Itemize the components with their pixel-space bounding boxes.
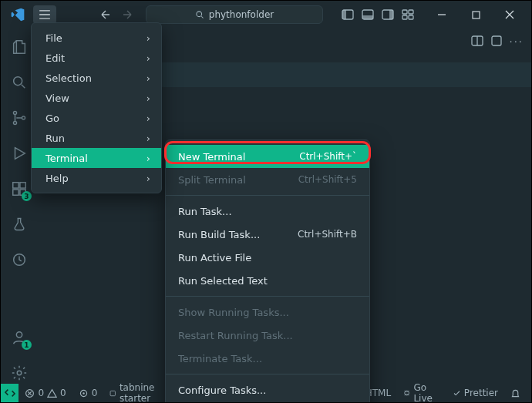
svg-rect-6 (389, 10, 393, 19)
svg-rect-28 (110, 391, 115, 395)
editor-actions: ··· (471, 32, 524, 52)
submenu-terminate-task[interactable]: Terminate Task... (166, 347, 369, 370)
app-menu-button[interactable] (33, 5, 56, 24)
menu-help[interactable]: Help› (32, 168, 161, 188)
customize-layout-icon[interactable] (399, 5, 417, 24)
layout-picker-icon[interactable] (491, 35, 502, 49)
svg-point-27 (82, 392, 84, 394)
menu-selection[interactable]: Selection› (32, 68, 161, 88)
submenu-configure-tasks[interactable]: Configure Tasks... (166, 378, 369, 401)
source-control-icon[interactable] (8, 107, 30, 129)
toggle-secondary-sidebar-icon[interactable] (379, 5, 397, 24)
toggle-panel-icon[interactable] (359, 5, 377, 24)
maximize-button[interactable] (459, 1, 493, 29)
split-editor-icon[interactable] (471, 35, 483, 49)
status-notifications-icon[interactable] (504, 388, 527, 398)
back-button[interactable] (98, 8, 113, 21)
status-problems[interactable]: 0 0 (19, 388, 72, 398)
menu-edit[interactable]: Edit› (32, 48, 161, 68)
menu-terminal[interactable]: Terminal› (32, 148, 161, 168)
menu-run[interactable]: Run› (32, 128, 161, 148)
extensions-icon[interactable]: 3 (8, 178, 30, 200)
svg-point-24 (17, 371, 22, 375)
accounts-icon[interactable]: 1 (8, 327, 30, 348)
testing-icon[interactable] (8, 213, 30, 235)
svg-rect-9 (402, 15, 407, 19)
submenu-show-running-tasks[interactable]: Show Running Tasks... (166, 301, 369, 324)
command-center-text: phythonfolder (209, 9, 274, 20)
svg-point-23 (16, 332, 22, 338)
status-prettier[interactable]: Prettier (446, 388, 504, 398)
status-ports[interactable]: 0 (72, 388, 104, 398)
history-icon[interactable] (8, 249, 30, 270)
toggle-primary-sidebar-icon[interactable] (338, 5, 357, 24)
main-menu: File› Edit› Selection› View› Go› Run› Te… (31, 22, 162, 193)
terminal-submenu: New Terminal Ctrl+Shift+` Split Terminal… (165, 139, 370, 403)
menu-file[interactable]: File› (32, 28, 161, 48)
nav-arrows (98, 8, 135, 21)
status-golive[interactable]: Go Live (397, 382, 446, 403)
svg-rect-11 (473, 12, 480, 18)
explorer-icon[interactable] (8, 36, 30, 58)
search-icon[interactable] (8, 72, 30, 93)
settings-gear-icon[interactable] (8, 362, 30, 384)
menu-go[interactable]: Go› (32, 108, 161, 128)
more-actions-icon[interactable]: ··· (510, 36, 524, 48)
svg-point-16 (13, 121, 16, 124)
forward-button[interactable] (120, 8, 135, 21)
run-debug-icon[interactable] (8, 143, 30, 164)
window-controls (425, 1, 527, 29)
svg-rect-2 (342, 10, 346, 19)
svg-rect-19 (13, 190, 19, 195)
svg-point-0 (197, 12, 202, 17)
menu-view[interactable]: View› (32, 88, 161, 108)
close-button[interactable] (493, 1, 527, 29)
submenu-restart-running-task[interactable]: Restart Running Task... (166, 324, 369, 347)
submenu-run-active-file[interactable]: Run Active File (166, 246, 369, 269)
svg-point-14 (14, 77, 22, 86)
submenu-run-task[interactable]: Run Task... (166, 200, 369, 223)
svg-rect-7 (402, 10, 407, 14)
submenu-run-selected-text[interactable]: Run Selected Text (166, 269, 369, 292)
svg-point-17 (22, 116, 25, 119)
svg-rect-21 (20, 183, 25, 188)
svg-rect-13 (492, 36, 501, 45)
submenu-split-terminal[interactable]: Split Terminal Ctrl+Shift+5 (166, 168, 369, 191)
submenu-run-build-task[interactable]: Run Build Task... Ctrl+Shift+B (166, 223, 369, 246)
accounts-badge: 1 (22, 340, 32, 350)
svg-rect-18 (13, 183, 19, 188)
svg-rect-8 (409, 10, 413, 14)
remote-indicator[interactable] (1, 384, 19, 402)
vscode-icon (10, 7, 25, 22)
search-icon (195, 10, 204, 19)
layout-controls (338, 5, 417, 24)
svg-rect-4 (362, 15, 373, 19)
submenu-new-terminal[interactable]: New Terminal Ctrl+Shift+` (166, 145, 369, 168)
extensions-badge: 3 (22, 191, 32, 201)
command-center[interactable]: phythonfolder (146, 5, 323, 24)
svg-rect-10 (409, 15, 413, 19)
minimize-button[interactable] (425, 1, 459, 29)
svg-point-15 (13, 112, 16, 115)
